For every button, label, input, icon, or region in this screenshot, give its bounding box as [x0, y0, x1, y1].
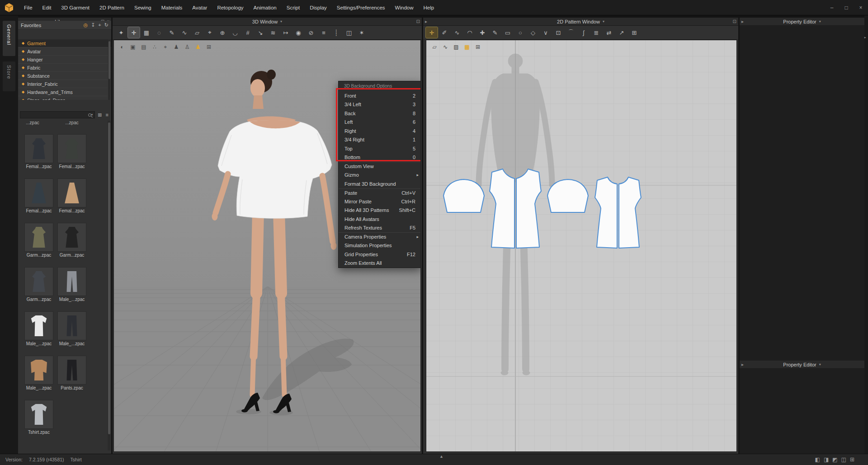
select-mesh-icon[interactable]: ▦ — [141, 27, 152, 38]
dock-arrow-icon[interactable]: ▸ — [864, 33, 866, 42]
add-favorite-icon[interactable]: + — [98, 22, 101, 28]
transform-pattern-icon[interactable]: ✛ — [426, 27, 438, 38]
menu-item-zoom-extents-all[interactable]: Zoom Extents All ▸ — [339, 259, 421, 268]
menu-item-paste[interactable]: Paste Ctrl+V ▸ — [339, 188, 421, 197]
menu-item-three-quarter-left[interactable]: 3/4 Left 3 ▸ — [339, 100, 421, 109]
edit-pattern-icon[interactable]: ✐ — [439, 27, 450, 38]
buttonhole-icon[interactable]: ⊘ — [305, 27, 317, 38]
simulate-icon[interactable]: ✦ — [115, 27, 127, 38]
menu-item-format-3d-background[interactable]: Format 3D Background ▸ — [339, 179, 421, 188]
menubar-item[interactable]: Window — [390, 0, 419, 15]
list-item[interactable]: Male_...zpac — [24, 311, 53, 346]
list-item[interactable]: Femal...zpac — [24, 178, 53, 213]
list-item[interactable]: Male_...zpac — [57, 311, 86, 346]
select-move-icon[interactable]: ✛ — [128, 27, 140, 38]
menubar-item[interactable]: File — [19, 0, 38, 15]
search-box[interactable]: ▾ — [20, 111, 95, 118]
topstitch-icon[interactable]: ┊ — [330, 27, 342, 38]
menu-item-refresh-textures[interactable]: Refresh Textures F5 ▸ — [339, 224, 421, 233]
chevron-down-icon[interactable]: ▾ — [280, 19, 282, 23]
menu-item-right[interactable]: Right 4 ▸ — [339, 127, 421, 136]
3d-viewport[interactable]: ◐ ▣ ▤ ∴ ⌖ — [113, 40, 421, 452]
menu-item-hide-all-3d-patterns[interactable]: Hide All 3D Patterns Shift+C ▸ — [339, 206, 421, 215]
show-avatar-mesh-icon[interactable]: ♙ — [183, 43, 192, 51]
quilt-grid-icon[interactable]: # — [242, 27, 254, 38]
notch-icon[interactable]: ∨ — [540, 27, 552, 38]
fold-arrangement-icon[interactable]: ◡ — [229, 27, 241, 38]
category-garment[interactable]: ◆ Garment — [18, 39, 111, 47]
tack-on-avatar-icon[interactable]: ⊕ — [217, 27, 228, 38]
show-floor-icon[interactable]: ⊞ — [204, 43, 213, 51]
chevron-down-icon[interactable]: ▾ — [819, 362, 821, 366]
category-substance[interactable]: ◆ Substance — [18, 72, 111, 80]
show-arrangement-points-icon[interactable]: ∴ — [150, 43, 159, 51]
dock-arrow-icon[interactable]: ▸ — [741, 18, 744, 26]
list-item[interactable]: Garm...zpac — [57, 223, 86, 258]
category-interior-fabric[interactable]: ◆ Interior_Fabric — [18, 80, 111, 88]
arrangement-icon[interactable]: ▱ — [191, 27, 203, 38]
layout-split-toggle-icon[interactable]: ◫ — [841, 456, 846, 463]
add-point-icon[interactable]: ✚ — [476, 27, 488, 38]
render-style-icon[interactable]: ◐ — [118, 43, 127, 51]
menu-item-bottom[interactable]: Bottom 0 ▸ — [339, 153, 421, 162]
category-hanger[interactable]: ◆ Hanger — [18, 56, 111, 64]
category-scrollbar[interactable] — [108, 39, 111, 100]
show-garment-mesh-icon[interactable]: ▤ — [139, 43, 148, 51]
list-item[interactable]: Male_...zpac — [24, 356, 53, 390]
menubar-item[interactable]: 3D Garment — [56, 0, 94, 15]
pleats-sewing-icon[interactable]: ≣ — [590, 27, 602, 38]
list-item[interactable]: Garm...zpac — [24, 223, 53, 258]
layout-library-toggle-icon[interactable]: ◧ — [815, 456, 820, 463]
menubar-item[interactable]: Script — [282, 0, 305, 15]
chevron-down-icon[interactable]: ▾ — [603, 19, 604, 23]
menubar-item[interactable]: Avatar — [187, 0, 212, 15]
steam-icon[interactable]: ≋ — [267, 27, 279, 38]
dock-arrow-icon[interactable]: ▸ — [741, 361, 744, 369]
grainline-icon[interactable]: ↗ — [616, 27, 627, 38]
chevron-down-icon[interactable]: ▾ — [819, 19, 821, 23]
edit-curvature-icon[interactable]: ∿ — [451, 27, 463, 38]
float-panel-icon[interactable]: ⊡ — [416, 18, 420, 26]
menu-item-grid-properties[interactable]: Grid Properties F12 ▸ — [339, 250, 421, 259]
segment-sewing-icon[interactable]: ⌒ — [565, 27, 577, 38]
menubar-item[interactable]: Edit — [38, 0, 57, 15]
float-panel-icon[interactable]: ⊡ — [733, 18, 736, 26]
button-icon[interactable]: ◉ — [292, 27, 304, 38]
menu-item-left[interactable]: Left 6 ▸ — [339, 118, 421, 127]
library-scrollbar[interactable] — [108, 121, 111, 451]
list-item[interactable]: Femal...zpac — [24, 134, 53, 169]
menu-item-hide-all-avatars[interactable]: Hide All Avatars ▸ — [339, 215, 421, 224]
layout-quad-toggle-icon[interactable]: ⊞ — [850, 456, 854, 463]
list-view-icon[interactable]: ≡ — [105, 112, 109, 117]
list-item[interactable]: Male_...zpac — [57, 267, 86, 302]
zipper-icon[interactable]: ≡ — [318, 27, 330, 38]
rectangle-pattern-icon[interactable]: ▭ — [502, 27, 514, 38]
menubar-item[interactable]: 2D Pattern — [94, 0, 129, 15]
category-fabric[interactable]: ◆ Fabric — [18, 64, 111, 72]
menu-item-top[interactable]: Top 5 ▸ — [339, 144, 421, 153]
search-input[interactable] — [22, 113, 88, 117]
show-pins-icon[interactable]: ⌖ — [161, 43, 170, 51]
show-avatar-tape-icon[interactable]: ♟ — [193, 43, 203, 51]
collapse-panel-arrow-icon[interactable]: ▲ — [439, 454, 443, 459]
menu-item-camera-properties[interactable]: Camera Properties ▸ — [339, 232, 421, 241]
show-texture-icon[interactable]: ▩ — [462, 43, 472, 51]
category-partial[interactable]: ◆ Stage_and_Props — [18, 96, 111, 100]
menu-item-simulation-properties[interactable]: Simulation Properties ▸ — [339, 241, 421, 250]
menu-item-back[interactable]: Back 8 ▸ — [339, 109, 421, 118]
minimize-button[interactable]: – — [825, 0, 839, 15]
close-button[interactable]: × — [854, 0, 868, 15]
menubar-item[interactable]: Help — [419, 0, 439, 15]
maximize-button[interactable]: □ — [839, 0, 854, 15]
print-layout-icon[interactable]: ⊞ — [628, 27, 640, 38]
2d-viewport[interactable]: ▱ ∿ ▨ ▩ ⊞ — [426, 40, 737, 452]
menu-item-gizmo[interactable]: Gizmo ▸ — [339, 171, 421, 180]
flatten-icon[interactable]: ↘ — [255, 27, 266, 38]
download-icon[interactable]: ↧ — [91, 22, 95, 28]
layout-2d-toggle-icon[interactable]: ◩ — [832, 456, 837, 463]
pen-3d-icon[interactable]: ✎ — [166, 27, 178, 38]
show-avatar-icon[interactable]: ♟ — [172, 43, 181, 51]
menubar-item[interactable]: Settings/Preferences — [332, 0, 390, 15]
menu-item-custom-view[interactable]: Custom View ▸ — [339, 162, 421, 171]
layout-3d-toggle-icon[interactable]: ◨ — [824, 456, 829, 463]
